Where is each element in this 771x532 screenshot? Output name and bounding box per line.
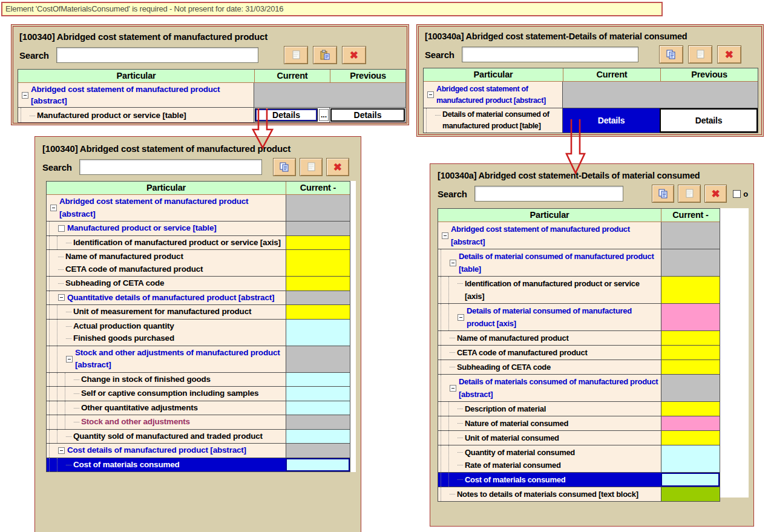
row-label-cell[interactable]: Details of material consumed of manufact… xyxy=(438,249,661,276)
delete-button[interactable]: ✖ xyxy=(326,158,349,176)
value-cell[interactable] xyxy=(286,373,350,387)
value-cell[interactable] xyxy=(286,458,350,472)
row-label-cell[interactable]: Name of manufactured productCETA code of… xyxy=(47,250,286,276)
value-cell[interactable] xyxy=(661,304,720,330)
value-cell[interactable] xyxy=(562,82,758,108)
paste-button[interactable] xyxy=(300,158,323,176)
collapse-icon[interactable] xyxy=(458,314,464,321)
row-label-cell[interactable]: Abridged cost statement of manufactured … xyxy=(18,83,254,107)
table-row[interactable]: Quantity sold of manufactured and traded… xyxy=(47,429,350,444)
row-label-cell[interactable]: Quantitative details of manufactured pro… xyxy=(47,291,286,305)
row-label-cell[interactable]: Name of manufactured product xyxy=(438,331,661,345)
value-cell[interactable] xyxy=(286,250,350,276)
table-row[interactable]: Details of material consumed of manufact… xyxy=(438,303,720,330)
row-label-cell[interactable]: Cost of materials consumed xyxy=(47,458,286,472)
value-cell[interactable] xyxy=(286,236,350,250)
row-label-cell[interactable]: Identification of manufactured product o… xyxy=(47,236,286,250)
value-cell[interactable] xyxy=(661,360,720,374)
row-label-cell[interactable]: Details of materials consumed of manufac… xyxy=(438,375,661,401)
value-cell[interactable] xyxy=(661,375,720,401)
row-label-cell[interactable]: Manufactured product or service [table] xyxy=(47,222,286,235)
value-cell[interactable] xyxy=(661,402,720,416)
table-row[interactable]: Unit of measurement for manufactured pro… xyxy=(47,304,350,319)
value-cell[interactable] xyxy=(286,444,350,458)
value-cell[interactable] xyxy=(661,277,720,303)
search-input[interactable] xyxy=(474,186,623,202)
row-label-cell[interactable]: Cost details of manufactured product [ab… xyxy=(47,444,286,458)
details-previous-button[interactable]: Details xyxy=(660,108,758,133)
table-row[interactable]: Subheading of CETA code xyxy=(47,276,350,291)
row-label-cell[interactable]: Notes to details of materials consumed [… xyxy=(438,487,661,501)
copy-button[interactable] xyxy=(659,45,683,64)
value-cell[interactable] xyxy=(286,320,350,346)
table-row[interactable]: Identification of manufactured product o… xyxy=(438,276,720,303)
value-cell[interactable] xyxy=(661,473,720,487)
delete-button[interactable]: ✖ xyxy=(342,46,366,64)
search-input[interactable] xyxy=(462,47,638,62)
table-row[interactable]: Quantitative details of manufactured pro… xyxy=(47,291,350,305)
copy-button[interactable] xyxy=(273,158,296,176)
table-row[interactable]: Other quantitative adjustments xyxy=(47,401,350,415)
copy-button[interactable] xyxy=(652,185,674,203)
row-label-cell[interactable]: Details of material consumed of manufact… xyxy=(424,108,562,133)
collapse-icon[interactable] xyxy=(442,232,448,239)
value-cell[interactable] xyxy=(661,249,720,276)
value-cell[interactable] xyxy=(661,346,720,360)
value-cell[interactable] xyxy=(661,331,720,345)
copy-button[interactable] xyxy=(284,46,308,64)
collapse-icon[interactable] xyxy=(58,294,65,301)
value-cell[interactable] xyxy=(286,346,350,372)
table-row[interactable]: Description of material xyxy=(438,401,720,416)
table-row[interactable]: Abridged cost statement of manufactured … xyxy=(424,82,758,108)
value-cell[interactable] xyxy=(286,277,350,291)
table-row[interactable]: Abridged cost statement of manufactured … xyxy=(438,222,720,249)
table-row[interactable]: Abridged cost statement of manufactured … xyxy=(47,195,350,221)
table-row[interactable]: Stock and other adjustments of manufactu… xyxy=(47,346,350,372)
paste-button[interactable] xyxy=(678,185,700,203)
table-row[interactable]: Details of materials consumed of manufac… xyxy=(438,374,720,401)
value-cell[interactable] xyxy=(661,416,720,430)
table-row[interactable]: Abridged cost statement of manufactured … xyxy=(18,83,405,107)
collapse-icon[interactable] xyxy=(50,205,57,211)
value-cell[interactable] xyxy=(661,222,720,249)
row-label-cell[interactable]: Unit of material consumed xyxy=(438,431,661,445)
row-label-cell[interactable]: Abridged cost statement of manufactured … xyxy=(424,82,562,108)
collapse-icon[interactable] xyxy=(450,260,456,266)
row-label-cell[interactable]: Cost of materials consumed xyxy=(438,473,661,487)
row-label-cell[interactable]: Stock and other adjustments xyxy=(47,415,286,429)
search-input[interactable] xyxy=(79,159,262,175)
value-cell[interactable] xyxy=(661,445,720,472)
table-row[interactable]: Details of material consumed of manufact… xyxy=(424,108,758,133)
option-checkbox[interactable] xyxy=(733,190,741,198)
ellipsis-button[interactable]: ... xyxy=(319,109,329,121)
value-cell[interactable] xyxy=(286,222,350,235)
delete-button[interactable]: ✖ xyxy=(704,185,727,203)
table-row[interactable]: Cost of materials consumed xyxy=(438,472,720,487)
table-row[interactable]: Name of manufactured productCETA code of… xyxy=(47,249,350,276)
row-label-cell[interactable]: Self or captive consumption including sa… xyxy=(47,387,286,401)
search-input[interactable] xyxy=(56,47,258,63)
row-label-cell[interactable]: Abridged cost statement of manufactured … xyxy=(47,195,286,221)
value-cell[interactable] xyxy=(286,415,350,429)
table-row[interactable]: CETA code of manufactured product xyxy=(438,345,720,360)
table-row[interactable]: Details of material consumed of manufact… xyxy=(438,249,720,276)
row-label-cell[interactable]: Actual production quantityFinished goods… xyxy=(47,320,286,346)
row-label-cell[interactable]: Subheading of CETA code xyxy=(47,277,286,291)
table-row[interactable]: Notes to details of materials consumed [… xyxy=(438,487,720,501)
value-cell[interactable] xyxy=(661,431,720,445)
value-cell[interactable] xyxy=(661,487,720,501)
delete-button[interactable]: ✖ xyxy=(717,45,741,64)
collapse-icon[interactable] xyxy=(66,356,73,363)
row-label-cell[interactable]: Subheading of CETA code xyxy=(438,360,661,374)
paste-button[interactable] xyxy=(313,46,337,64)
row-label-cell[interactable]: Other quantitative adjustments xyxy=(47,401,286,415)
row-label-cell[interactable]: Stock and other adjustments of manufactu… xyxy=(47,346,286,372)
table-row[interactable]: Actual production quantityFinished goods… xyxy=(47,319,350,346)
value-cell[interactable] xyxy=(286,387,350,401)
tree-node-icon[interactable] xyxy=(58,225,65,232)
table-row[interactable]: Manufactured product or service [table] … xyxy=(18,107,405,122)
collapse-icon[interactable] xyxy=(450,385,456,392)
table-row[interactable]: Identification of manufactured product o… xyxy=(47,235,350,250)
row-label-cell[interactable]: CETA code of manufactured product xyxy=(438,346,661,360)
table-row[interactable]: Manufactured product or service [table] xyxy=(47,221,350,235)
